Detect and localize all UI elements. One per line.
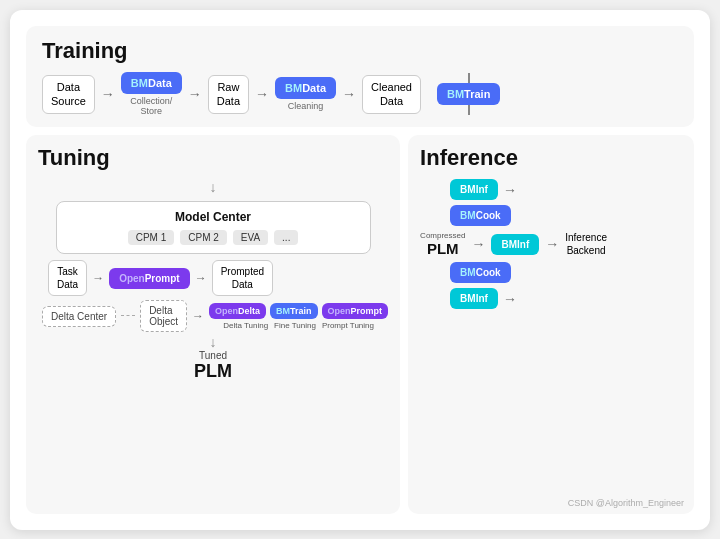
delta-tuning-label: Delta Tuning <box>223 321 268 330</box>
bmdata1-box: BMData <box>121 72 182 94</box>
bminf-bot-box: BMInf <box>450 288 498 309</box>
dashed-arrow-1 <box>121 315 135 316</box>
raw-data-item: RawData <box>208 75 249 114</box>
tuning-section: Tuning ↓ Model Center CPM 1 CPM 2 EVA ..… <box>26 135 400 513</box>
bmdata2-box: BMData <box>275 77 336 99</box>
task-prompt-row: TaskData → OpenPrompt → PromptedData <box>48 260 388 296</box>
plm-big-label: PLM <box>38 361 388 382</box>
bminf-top-box: BMInf <box>450 179 498 200</box>
bmtrain-flow: BMTrain <box>437 73 500 115</box>
arrow-prompt: → <box>195 271 207 285</box>
tune-buttons: OpenDelta BMTrain OpenPrompt Delta Tunin… <box>209 303 388 330</box>
arrow-to-plm: ↓ <box>38 334 388 350</box>
tune-buttons-row: OpenDelta BMTrain OpenPrompt <box>209 303 388 319</box>
open-delta-box: OpenDelta <box>209 303 266 319</box>
vert-line-1 <box>468 73 470 83</box>
arrow-inf-bot: → <box>503 291 517 307</box>
cleaned-data-item: CleanedData <box>362 75 421 114</box>
arrow-2: → <box>188 86 202 102</box>
bmdata2-label: Cleaning <box>288 101 324 112</box>
bmcook-top-box: BMCook <box>450 205 511 226</box>
vert-line-2 <box>468 105 470 115</box>
chip-cpm1: CPM 1 <box>128 230 175 245</box>
training-title: Training <box>42 38 678 64</box>
plm-big2: PLM <box>420 240 465 257</box>
arrow-inf-mid: → <box>545 236 559 252</box>
inference-section: Inference BMInf → BMCook Compressed PLM <box>408 135 694 513</box>
open-prompt2-box: OpenPrompt <box>322 303 389 319</box>
delta-center-box: Delta Center <box>42 306 116 327</box>
bminf-mid-box: BMInf <box>491 234 539 255</box>
compressed-plm-row: Compressed PLM → BMInf → InferenceBacken… <box>420 231 682 257</box>
inf-top-row: BMInf → <box>450 179 682 200</box>
data-source-item: DataSource <box>42 75 95 114</box>
model-center-box: Model Center CPM 1 CPM 2 EVA ... <box>56 201 371 254</box>
bmtrain-box: BMTrain <box>437 83 500 105</box>
open-prompt1-box: OpenPrompt <box>109 268 190 289</box>
task-data-box: TaskData <box>48 260 87 296</box>
bmcook-bot-box: BMCook <box>450 262 511 283</box>
bmdata2-item: BMData Cleaning <box>275 77 336 112</box>
bmdata1-label: Collection/Store <box>130 96 172 118</box>
raw-data-box: RawData <box>208 75 249 114</box>
prompted-data-box: PromptedData <box>212 260 273 296</box>
inference-backend-box: InferenceBackend <box>565 231 607 257</box>
inf-bmcook-bot-row: BMCook <box>450 262 682 283</box>
cleaned-data-box: CleanedData <box>362 75 421 114</box>
chip-cpm2: CPM 2 <box>180 230 227 245</box>
tuning-title: Tuning <box>38 145 388 171</box>
top-arrow-down: ↓ <box>38 179 388 195</box>
tuned-plm: Tuned PLM <box>38 350 388 382</box>
model-center-title: Model Center <box>67 210 360 224</box>
watermark: CSDN @Algorithm_Engineer <box>568 498 684 508</box>
bottom-row: Tuning ↓ Model Center CPM 1 CPM 2 EVA ..… <box>26 135 694 513</box>
bm-train2-box: BMTrain <box>270 303 318 319</box>
inference-title: Inference <box>420 145 682 171</box>
compressed-label: Compressed <box>420 231 465 240</box>
chip-dots: ... <box>274 230 298 245</box>
arrow-delta-obj: → <box>192 309 204 323</box>
data-source-box: DataSource <box>42 75 95 114</box>
model-center-chips: CPM 1 CPM 2 EVA ... <box>67 230 360 245</box>
compressed-plm-box: Compressed PLM <box>420 231 465 257</box>
arrow-task: → <box>92 271 104 285</box>
inf-bot-row: BMInf → <box>450 288 682 309</box>
arrow-comp: → <box>471 236 485 252</box>
arrow-1: → <box>101 86 115 102</box>
training-section: Training DataSource → BMData Collection/… <box>26 26 694 128</box>
delta-object-box: DeltaObject <box>140 300 187 332</box>
tuned-label: Tuned <box>38 350 388 361</box>
arrow-3: → <box>255 86 269 102</box>
inference-flow: BMInf → BMCook Compressed PLM → BMInf → <box>420 179 682 309</box>
chip-eva: EVA <box>233 230 268 245</box>
tune-labels: Delta Tuning Fine Tuning Prompt Tuning <box>223 321 374 330</box>
bmdata1-item: BMData Collection/Store <box>121 72 182 118</box>
arrow-4: → <box>342 86 356 102</box>
fine-tuning-label: Fine Tuning <box>274 321 316 330</box>
delta-row: Delta Center DeltaObject → OpenDelta BMT… <box>42 300 388 332</box>
prompt-tuning-label: Prompt Tuning <box>322 321 374 330</box>
arrow-inf-top: → <box>503 182 517 198</box>
main-container: Training DataSource → BMData Collection/… <box>10 10 710 530</box>
inf-bmcook-top-row: BMCook <box>450 205 682 226</box>
